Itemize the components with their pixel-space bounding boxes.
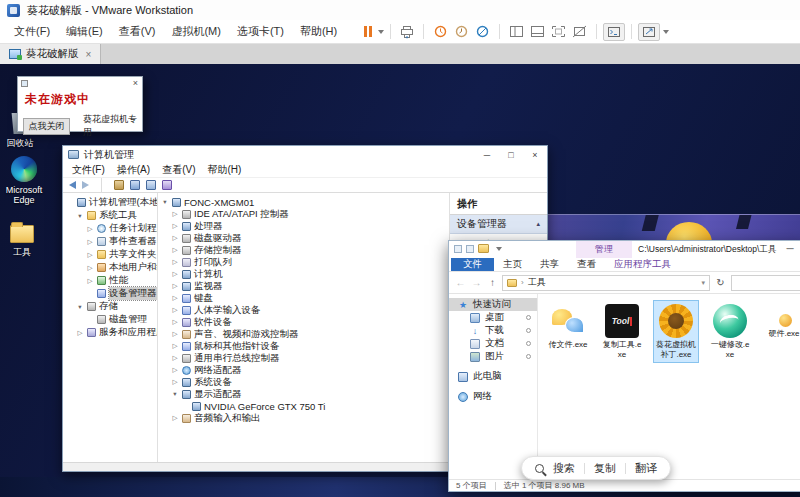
up-icon[interactable]: ↑ — [486, 277, 499, 288]
forward-icon[interactable]: → — [470, 277, 483, 288]
properties-icon[interactable] — [146, 180, 156, 190]
ribbon-tab[interactable]: 文件 — [451, 258, 494, 271]
vm-tab[interactable]: 葵花破解版 × — [0, 44, 101, 64]
file-tile[interactable]: 一键修改.exe — [707, 300, 753, 363]
snapshot-manager-button[interactable] — [472, 23, 493, 41]
refresh-icon[interactable]: ↻ — [713, 277, 728, 288]
close-me-button[interactable]: 点我关闭 — [23, 118, 70, 135]
ribbon-tab[interactable]: 应用程序工具 — [605, 258, 680, 271]
file-tile[interactable]: 硬件.exe — [761, 300, 800, 343]
expander-icon[interactable]: ▾ — [161, 198, 169, 206]
expander-icon[interactable]: ▷ — [171, 342, 179, 350]
expander-icon[interactable]: ▷ — [76, 329, 84, 337]
expander-icon[interactable]: ▷ — [171, 294, 179, 302]
expander-icon[interactable]: ▷ — [171, 258, 179, 266]
file-tile[interactable]: 葵花虚拟机补丁.exe — [653, 300, 699, 363]
search-input[interactable] — [731, 275, 800, 291]
device-tree-item[interactable]: ▾ 显示适配器 — [158, 388, 449, 400]
expander-icon[interactable]: ▷ — [86, 238, 94, 246]
export-list-icon[interactable] — [114, 180, 124, 190]
explorer-minimize-button[interactable]: ─ — [779, 241, 800, 256]
nav-item[interactable]: 桌面 — [449, 311, 537, 324]
cm-menu-item[interactable]: 帮助(H) — [201, 163, 247, 177]
device-tree-item[interactable]: ▷ 声音、视频和游戏控制器 — [158, 328, 449, 340]
cm-menu-item[interactable]: 文件(F) — [66, 163, 111, 177]
ctrl-alt-del-button[interactable] — [397, 23, 417, 41]
expander-icon[interactable]: ▷ — [171, 366, 179, 374]
pill-translate-button[interactable]: 翻译 — [635, 461, 657, 476]
console-tree-item[interactable]: ▷ 任务计划程序 — [63, 222, 157, 235]
show-console-tree-icon[interactable] — [130, 180, 140, 190]
qat-icon[interactable] — [466, 245, 474, 253]
unity-mode-button[interactable] — [569, 23, 590, 41]
vm-tab-close-icon[interactable]: × — [86, 49, 92, 60]
help-icon[interactable] — [162, 180, 172, 190]
console-view-button[interactable] — [603, 23, 625, 41]
cm-close-button[interactable]: × — [523, 147, 547, 163]
expander-icon[interactable]: ▷ — [86, 264, 94, 272]
device-tree-item[interactable]: ▷ 存储控制器 — [158, 244, 449, 256]
dialog-close-icon[interactable]: × — [133, 79, 138, 88]
manage-contextual-tab[interactable]: 管理 — [576, 241, 632, 258]
forward-icon[interactable] — [82, 181, 89, 189]
file-tile[interactable]: 传文件.exe — [545, 300, 591, 354]
device-tree-item[interactable]: ▷ 计算机 — [158, 268, 449, 280]
nav-item[interactable]: 文档 — [449, 337, 537, 350]
library-panel-toggle[interactable] — [506, 23, 527, 41]
device-tree-item[interactable]: ▷ 音频输入和输出 — [158, 412, 449, 424]
expander-icon[interactable]: ▷ — [171, 210, 179, 218]
back-icon[interactable]: ← — [454, 277, 467, 288]
nav-item[interactable]: 此电脑 — [449, 370, 537, 383]
desktop-icon[interactable]: 工具 — [0, 220, 50, 259]
expander-icon[interactable]: ▷ — [171, 378, 179, 386]
cm-menu-item[interactable]: 操作(A) — [111, 163, 156, 177]
device-tree-item[interactable]: ▾ FONC-XMGM01 — [158, 196, 449, 208]
desktop-icon[interactable]: Microsoft Edge — [0, 156, 52, 205]
pause-button[interactable] — [361, 23, 375, 41]
cm-menu-item[interactable]: 查看(V) — [156, 163, 201, 177]
device-tree-item[interactable]: ▷ 网络适配器 — [158, 364, 449, 376]
expander-icon[interactable]: ▷ — [171, 318, 179, 326]
cm-minimize-button[interactable]: ─ — [475, 147, 499, 163]
ribbon-tab[interactable]: 主页 — [494, 258, 531, 271]
expander-icon[interactable]: ▷ — [171, 246, 179, 254]
device-tree-item[interactable]: ▷ 鼠标和其他指针设备 — [158, 340, 449, 352]
fullscreen-button[interactable] — [548, 23, 569, 41]
device-tree-item[interactable]: ▷ 处理器 — [158, 220, 449, 232]
console-tree-item[interactable]: ▷ 事件查看器 — [63, 235, 157, 248]
file-tile[interactable]: Tool 复制工具.exe — [599, 300, 645, 363]
pill-copy-button[interactable]: 复制 — [594, 461, 616, 476]
nav-item[interactable]: 图片 — [449, 350, 537, 363]
nav-item[interactable]: 下载 — [449, 324, 537, 337]
pause-dropdown-icon[interactable] — [378, 30, 384, 34]
thumbnail-bar-toggle[interactable] — [527, 23, 548, 41]
revert-snapshot-button[interactable] — [451, 23, 472, 41]
take-snapshot-button[interactable] — [430, 23, 451, 41]
expander-icon[interactable]: ▷ — [86, 225, 94, 233]
breadcrumb-folder[interactable]: 工具 — [528, 276, 546, 289]
ribbon-tab[interactable]: 共享 — [531, 258, 568, 271]
expander-icon[interactable]: ▷ — [171, 414, 179, 422]
ribbon-tab[interactable]: 查看 — [568, 258, 605, 271]
expander-icon[interactable]: ▷ — [171, 306, 179, 314]
console-tree-item[interactable]: 磁盘管理 — [63, 313, 157, 326]
breadcrumb[interactable]: › 工具 ▾ — [502, 275, 710, 291]
expander-icon[interactable]: ▷ — [86, 277, 94, 285]
device-tree-item[interactable]: ▷ 监视器 — [158, 280, 449, 292]
menu-item[interactable]: 文件(F) — [6, 24, 58, 39]
device-tree-item[interactable]: NVIDIA GeForce GTX 750 Ti — [158, 400, 449, 412]
actions-section[interactable]: 设备管理器 — [450, 215, 547, 234]
stretch-guest-button[interactable] — [638, 23, 660, 41]
menu-item[interactable]: 查看(V) — [111, 24, 164, 39]
console-tree-item[interactable]: ▷ 共享文件夹 — [63, 248, 157, 261]
pill-search-button[interactable]: 搜索 — [553, 461, 575, 476]
expander-icon[interactable]: ▷ — [171, 354, 179, 362]
menu-item[interactable]: 编辑(E) — [58, 24, 111, 39]
expander-icon[interactable]: ▷ — [171, 270, 179, 278]
device-tree-item[interactable]: ▷ 软件设备 — [158, 316, 449, 328]
console-tree-item[interactable]: ▷ 性能 — [63, 274, 157, 287]
console-tree-item[interactable]: ▷ 本地用户和组 — [63, 261, 157, 274]
expander-icon[interactable]: ▷ — [171, 234, 179, 242]
console-tree-item[interactable]: ▾ 存储 — [63, 300, 157, 313]
console-tree-item[interactable]: 设备管理器 — [63, 287, 157, 300]
